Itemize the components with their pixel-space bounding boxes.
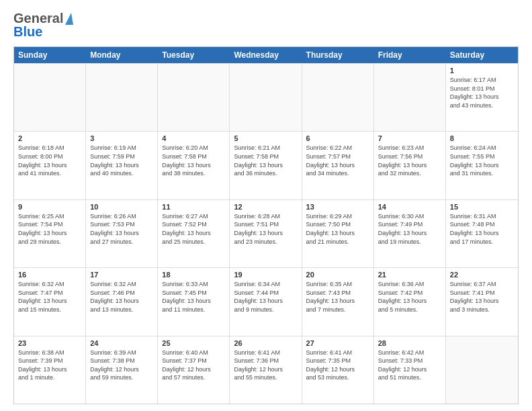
cal-cell-r1c5: 7Sunrise: 6:23 AM Sunset: 7:56 PM Daylig… xyxy=(374,132,446,199)
cal-cell-r3c1: 17Sunrise: 6:32 AM Sunset: 7:46 PM Dayli… xyxy=(86,268,158,335)
day-number: 24 xyxy=(90,339,153,347)
cal-cell-r3c4: 20Sunrise: 6:35 AM Sunset: 7:43 PM Dayli… xyxy=(302,268,374,335)
day-number: 23 xyxy=(18,339,81,347)
day-number: 21 xyxy=(378,271,441,279)
day-number: 8 xyxy=(450,134,514,142)
cal-cell-r2c5: 14Sunrise: 6:30 AM Sunset: 7:49 PM Dayli… xyxy=(374,200,446,267)
cell-text: Sunrise: 6:32 AM Sunset: 7:46 PM Dayligh… xyxy=(90,280,153,314)
calendar-row-4: 23Sunrise: 6:38 AM Sunset: 7:39 PM Dayli… xyxy=(14,336,518,404)
day-number: 15 xyxy=(450,203,514,211)
cell-text: Sunrise: 6:28 AM Sunset: 7:51 PM Dayligh… xyxy=(234,212,297,246)
day-number: 25 xyxy=(162,339,225,347)
calendar-row-1: 2Sunrise: 6:18 AM Sunset: 8:00 PM Daylig… xyxy=(14,131,518,199)
day-number: 7 xyxy=(378,134,441,142)
day-number: 17 xyxy=(90,271,153,279)
day-number: 13 xyxy=(306,203,369,211)
header-day-monday: Monday xyxy=(86,47,158,63)
cal-cell-r3c5: 21Sunrise: 6:36 AM Sunset: 7:42 PM Dayli… xyxy=(374,268,446,335)
day-number: 1 xyxy=(450,66,514,75)
cal-cell-r0c4 xyxy=(302,64,374,131)
cal-cell-r2c4: 13Sunrise: 6:29 AM Sunset: 7:50 PM Dayli… xyxy=(302,200,374,267)
cell-text: Sunrise: 6:27 AM Sunset: 7:52 PM Dayligh… xyxy=(162,212,225,246)
header-day-sunday: Sunday xyxy=(14,47,86,63)
cal-cell-r3c0: 16Sunrise: 6:32 AM Sunset: 7:47 PM Dayli… xyxy=(14,268,86,335)
cal-cell-r0c1 xyxy=(86,64,158,131)
cell-text: Sunrise: 6:39 AM Sunset: 7:38 PM Dayligh… xyxy=(90,349,153,382)
cell-text: Sunrise: 6:34 AM Sunset: 7:44 PM Dayligh… xyxy=(234,280,297,314)
cell-text: Sunrise: 6:42 AM Sunset: 7:33 PM Dayligh… xyxy=(378,349,441,382)
cell-text: Sunrise: 6:36 AM Sunset: 7:42 PM Dayligh… xyxy=(378,280,441,314)
cal-cell-r1c4: 6Sunrise: 6:22 AM Sunset: 7:57 PM Daylig… xyxy=(302,132,374,199)
calendar-row-3: 16Sunrise: 6:32 AM Sunset: 7:47 PM Dayli… xyxy=(14,267,518,335)
calendar-body: 1Sunrise: 6:17 AM Sunset: 8:01 PM Daylig… xyxy=(14,63,518,404)
day-number: 12 xyxy=(234,203,297,211)
cell-text: Sunrise: 6:35 AM Sunset: 7:43 PM Dayligh… xyxy=(306,280,369,314)
logo-triangle-icon xyxy=(65,13,73,25)
cell-text: Sunrise: 6:40 AM Sunset: 7:37 PM Dayligh… xyxy=(162,349,225,382)
logo: General Blue xyxy=(13,11,73,40)
cal-cell-r4c2: 25Sunrise: 6:40 AM Sunset: 7:37 PM Dayli… xyxy=(158,336,230,404)
day-number: 2 xyxy=(18,134,81,142)
header-day-thursday: Thursday xyxy=(302,47,374,63)
day-number: 14 xyxy=(378,203,441,211)
cell-text: Sunrise: 6:22 AM Sunset: 7:57 PM Dayligh… xyxy=(306,144,369,177)
day-number: 20 xyxy=(306,271,369,279)
cal-cell-r4c4: 27Sunrise: 6:41 AM Sunset: 7:35 PM Dayli… xyxy=(302,336,374,404)
cal-cell-r1c2: 4Sunrise: 6:20 AM Sunset: 7:58 PM Daylig… xyxy=(158,132,230,199)
cell-text: Sunrise: 6:37 AM Sunset: 7:41 PM Dayligh… xyxy=(450,280,514,314)
header-day-wednesday: Wednesday xyxy=(230,47,302,63)
cal-cell-r3c3: 19Sunrise: 6:34 AM Sunset: 7:44 PM Dayli… xyxy=(230,268,302,335)
day-number: 22 xyxy=(450,271,514,279)
cell-text: Sunrise: 6:19 AM Sunset: 7:59 PM Dayligh… xyxy=(90,144,153,177)
day-number: 26 xyxy=(234,339,297,347)
cal-cell-r3c6: 22Sunrise: 6:37 AM Sunset: 7:41 PM Dayli… xyxy=(446,268,518,335)
cell-text: Sunrise: 6:30 AM Sunset: 7:49 PM Dayligh… xyxy=(378,212,441,246)
cell-text: Sunrise: 6:41 AM Sunset: 7:36 PM Dayligh… xyxy=(234,349,297,382)
cell-text: Sunrise: 6:18 AM Sunset: 8:00 PM Dayligh… xyxy=(18,144,81,177)
header-day-tuesday: Tuesday xyxy=(158,47,230,63)
cell-text: Sunrise: 6:20 AM Sunset: 7:58 PM Dayligh… xyxy=(162,144,225,177)
cell-text: Sunrise: 6:25 AM Sunset: 7:54 PM Dayligh… xyxy=(18,212,81,246)
cal-cell-r2c6: 15Sunrise: 6:31 AM Sunset: 7:48 PM Dayli… xyxy=(446,200,518,267)
day-number: 6 xyxy=(306,134,369,142)
cal-cell-r0c5 xyxy=(374,64,446,131)
cal-cell-r0c6: 1Sunrise: 6:17 AM Sunset: 8:01 PM Daylig… xyxy=(446,64,518,131)
day-number: 5 xyxy=(234,134,297,142)
cell-text: Sunrise: 6:29 AM Sunset: 7:50 PM Dayligh… xyxy=(306,212,369,246)
cell-text: Sunrise: 6:32 AM Sunset: 7:47 PM Dayligh… xyxy=(18,280,81,314)
day-number: 28 xyxy=(378,339,441,347)
cal-cell-r0c3 xyxy=(230,64,302,131)
cal-cell-r2c3: 12Sunrise: 6:28 AM Sunset: 7:51 PM Dayli… xyxy=(230,200,302,267)
cell-text: Sunrise: 6:38 AM Sunset: 7:39 PM Dayligh… xyxy=(18,349,81,382)
cal-cell-r1c6: 8Sunrise: 6:24 AM Sunset: 7:55 PM Daylig… xyxy=(446,132,518,199)
day-number: 10 xyxy=(90,203,153,211)
cal-cell-r4c0: 23Sunrise: 6:38 AM Sunset: 7:39 PM Dayli… xyxy=(14,336,86,404)
cell-text: Sunrise: 6:24 AM Sunset: 7:55 PM Dayligh… xyxy=(450,144,514,177)
day-number: 9 xyxy=(18,203,81,211)
logo-blue-text: Blue xyxy=(13,24,42,40)
day-number: 3 xyxy=(90,134,153,142)
cell-text: Sunrise: 6:31 AM Sunset: 7:48 PM Dayligh… xyxy=(450,212,514,246)
cell-text: Sunrise: 6:17 AM Sunset: 8:01 PM Dayligh… xyxy=(450,76,514,109)
day-number: 19 xyxy=(234,271,297,279)
cal-cell-r0c0 xyxy=(14,64,86,131)
cal-cell-r1c0: 2Sunrise: 6:18 AM Sunset: 8:00 PM Daylig… xyxy=(14,132,86,199)
day-number: 4 xyxy=(162,134,225,142)
cal-cell-r4c6 xyxy=(446,336,518,404)
cal-cell-r4c1: 24Sunrise: 6:39 AM Sunset: 7:38 PM Dayli… xyxy=(86,336,158,404)
calendar: SundayMondayTuesdayWednesdayThursdayFrid… xyxy=(13,46,519,404)
cal-cell-r4c3: 26Sunrise: 6:41 AM Sunset: 7:36 PM Dayli… xyxy=(230,336,302,404)
header-day-friday: Friday xyxy=(374,47,446,63)
cell-text: Sunrise: 6:33 AM Sunset: 7:45 PM Dayligh… xyxy=(162,280,225,314)
cell-text: Sunrise: 6:41 AM Sunset: 7:35 PM Dayligh… xyxy=(306,349,369,382)
cell-text: Sunrise: 6:21 AM Sunset: 7:58 PM Dayligh… xyxy=(234,144,297,177)
page: General Blue SundayMondayTuesdayWednesda… xyxy=(0,0,532,411)
cal-cell-r0c2 xyxy=(158,64,230,131)
cell-text: Sunrise: 6:26 AM Sunset: 7:53 PM Dayligh… xyxy=(90,212,153,246)
calendar-row-2: 9Sunrise: 6:25 AM Sunset: 7:54 PM Daylig… xyxy=(14,199,518,267)
cal-cell-r2c2: 11Sunrise: 6:27 AM Sunset: 7:52 PM Dayli… xyxy=(158,200,230,267)
calendar-header: SundayMondayTuesdayWednesdayThursdayFrid… xyxy=(14,47,518,63)
cal-cell-r1c3: 5Sunrise: 6:21 AM Sunset: 7:58 PM Daylig… xyxy=(230,132,302,199)
day-number: 27 xyxy=(306,339,369,347)
day-number: 18 xyxy=(162,271,225,279)
